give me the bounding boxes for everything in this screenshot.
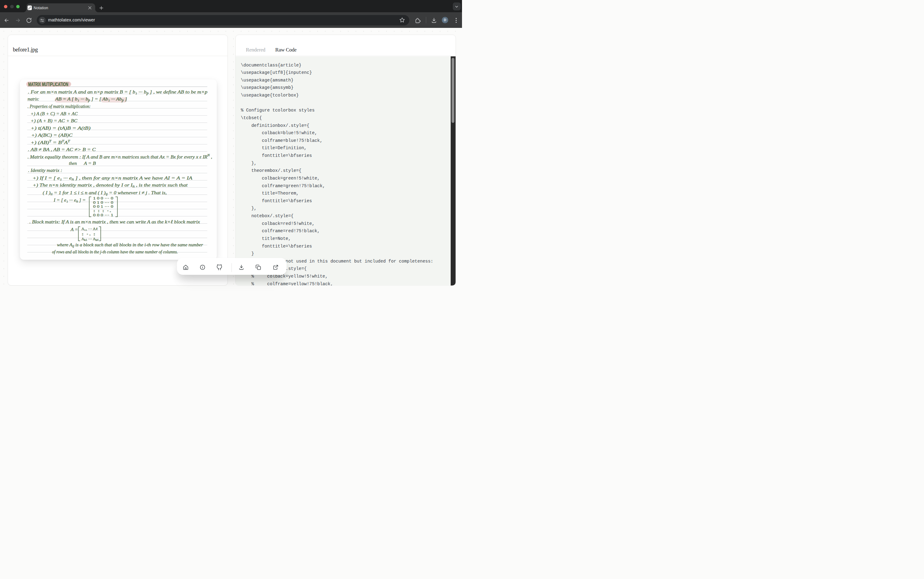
svg-text:of rows and all blocks in the: of rows and all blocks in the j-th colum… bbox=[52, 249, 178, 254]
svg-text:where Aij is a block such th: where Aij is a block such that all block… bbox=[57, 242, 203, 247]
svg-text:A =: A = bbox=[70, 227, 78, 232]
svg-text:+) t(AB) = (tA)B = A(tB: +) t(AB) = (tA)B = A(tB) bbox=[31, 125, 91, 131]
svg-text:0 1 0 ··· 0: 0 1 0 ··· 0 bbox=[93, 200, 113, 204]
svg-text:then: then bbox=[69, 160, 77, 166]
svg-text:. AB ≠ BA , AB = AC ≠>: . AB ≠ BA , AB = AC ≠> B = C bbox=[28, 147, 96, 152]
svg-text:I = [ e₁ ··· en ] =: I = [ e₁ ··· en ] = bbox=[54, 197, 86, 203]
svg-text:. Matrix equality theorem : I: . Matrix equality theorem : If A and B a… bbox=[28, 153, 212, 159]
svg-text:A = B: A = B bbox=[83, 160, 96, 166]
svg-text:: ·. :: : ·. : bbox=[81, 232, 96, 236]
svg-text:+) A (B + C) = AB + AC: +) A (B + C) = AB + AC bbox=[31, 111, 78, 116]
svg-text:. Block matrix: If A is an: . Block matrix: If A is an m×n matrix , … bbox=[29, 219, 200, 224]
svg-text:+) (A + B) = AC + BC: +) (A + B) = AC + BC bbox=[31, 118, 78, 123]
svg-text:1 0 0 ··· 0: 1 0 0 ··· 0 bbox=[93, 196, 113, 200]
svg-text:( I )ii = 1 for 1 ≤ i ≤ n: ( I )ii = 1 for 1 ≤ i ≤ n and ( I )ij = … bbox=[42, 190, 166, 195]
svg-text:A₁₁ ··· Aℓ: A₁₁ ··· Aℓ bbox=[81, 227, 98, 231]
svg-text:: : : ·.: : : : ·. bbox=[93, 209, 111, 213]
svg-text:0 0 0 ··· 1: 0 0 0 ··· 1 bbox=[93, 213, 113, 217]
svg-text:0 0 1 ··· 0: 0 0 1 ··· 0 bbox=[93, 204, 113, 209]
svg-text:matrix:: matrix: bbox=[28, 96, 39, 101]
svg-text:AB = A [ b₁ ··· bp ] = [ Ab₁: AB = A [ b₁ ··· bp ] = [ Ab₁ ··· Abp ] bbox=[55, 96, 127, 102]
svg-text:. Properties of matrix multipl: . Properties of matrix multiplication: bbox=[28, 103, 91, 108]
svg-text:+) A(BC) = (AB)C: +) A(BC) = (AB)C bbox=[31, 132, 73, 138]
svg-text:Ak1 ··· Akℓ: Ak1 ··· Akℓ bbox=[81, 237, 99, 241]
svg-text:. Identity matrix :: . Identity matrix : bbox=[28, 168, 62, 173]
svg-text:MATRIX MUTIPLICATION: MATRIX MUTIPLICATION bbox=[28, 81, 68, 87]
svg-text:. For an m×n matrix A and an n: . For an m×n matrix A and an n×p matrix … bbox=[28, 89, 208, 95]
